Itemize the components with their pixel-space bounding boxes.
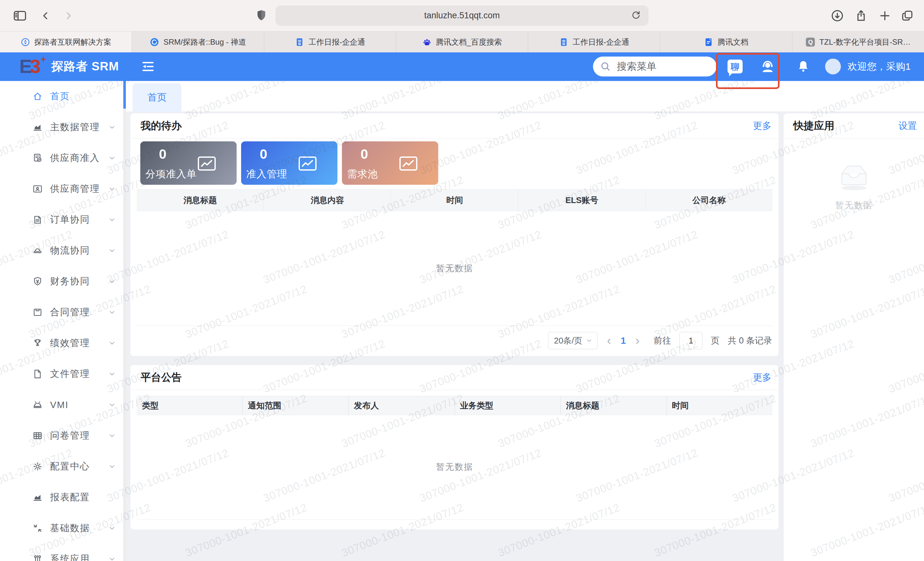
menu-collapse-icon[interactable] [141,60,155,73]
column-header: 公司名称 [646,190,772,211]
supplier-access-icon [32,153,43,164]
contract-icon [32,307,43,318]
new-tab-icon[interactable] [878,9,891,22]
browser-tab-label: 腾讯文档_百度搜索 [436,37,502,47]
page-size-select[interactable]: 20条/页 [548,332,597,349]
sidebar-item-0[interactable]: 首页 [0,81,126,112]
announcement-section: 平台公告 更多 类型通知范围发布人业务类型消息标题时间 暂无数据 [130,365,778,529]
tencent-docs-favicon [704,37,713,47]
sidebar-item-5[interactable]: 物流协同 [0,235,126,266]
column-header: 时间 [391,190,518,211]
sidebar-item-label: 供应商准入 [50,152,100,164]
browser-tab-6[interactable]: QTZL-数字化平台项目-SR… [792,32,924,53]
todo-stat-card-0[interactable]: 0分项准入单 [140,141,237,185]
basic-data-icon [32,523,43,534]
todo-stat-card-2[interactable]: 0需求池 [342,141,438,185]
sidebar-item-6[interactable]: 财务协同 [0,266,126,297]
supplier-mgmt-icon [32,183,43,194]
sidebar-item-1[interactable]: 主数据管理 [0,112,126,143]
url-bar[interactable]: tanluzhe.51qqt.com [276,6,648,26]
sidebar-item-label: 订单协同 [50,214,90,226]
column-header: 业务类型 [455,396,561,415]
browser-tab-label: 工作日报-企企通 [573,37,629,47]
current-page[interactable]: 1 [621,335,626,346]
download-icon[interactable] [831,9,844,22]
goto-label: 前往 [654,335,671,346]
sidebar-toggle-icon[interactable] [14,10,26,21]
system-icon [32,553,43,561]
todo-stat-card-1[interactable]: 0准入管理 [241,141,338,185]
sidebar-item-14[interactable]: 基础数据 [0,513,126,544]
chevron-down-icon [108,432,116,440]
todo-header: 我的待办 更多 [130,113,778,138]
sidebar-item-9[interactable]: 文件管理 [0,359,126,390]
browser-tab-label: 工作日报-企企通 [309,37,365,47]
baidu-favicon [422,37,432,47]
announcement-table-body: 暂无数据 [137,415,772,520]
chevron-down-icon [108,308,116,316]
browser-tab-label: TZL-数字化平台项目-SR… [819,37,910,47]
tab-overview-icon[interactable] [901,9,914,22]
sidebar-item-11[interactable]: 问卷管理 [0,420,126,451]
browser-tab-strip: 探路者互联网解决方案SRM/探路者::Bug - 禅道工作日报-企企通腾讯文档_… [0,31,924,53]
chevron-down-icon [108,154,116,162]
announcement-more-link[interactable]: 更多 [753,371,771,384]
browser-tab-1[interactable]: SRM/探路者::Bug - 禅道 [132,32,264,53]
sidebar-scrollbar[interactable] [123,81,126,561]
url-text: tanluzhe.51qqt.com [424,11,500,21]
back-icon[interactable] [40,10,51,21]
sidebar-item-13[interactable]: 报表配置 [0,482,126,513]
sidebar-item-12[interactable]: 配置中心 [0,451,126,482]
sidebar-item-8[interactable]: 绩效管理 [0,328,126,359]
todo-table-body: 暂无数据 [137,211,772,326]
logistics-icon [32,245,43,256]
order-icon [32,214,43,225]
prev-page-button[interactable]: ‹ [606,334,613,347]
column-header: 消息标题 [137,190,264,211]
privacy-shield-icon[interactable] [255,9,267,22]
highlight-red-box [716,53,780,89]
announcement-header: 平台公告 更多 [130,365,778,390]
notification-bell-icon[interactable] [796,59,811,74]
chevron-down-icon [108,247,116,255]
sidebar-item-label: 主数据管理 [50,121,100,134]
doc-favicon [295,37,304,47]
forward-icon[interactable] [63,10,74,21]
browser-tab-3[interactable]: 腾讯文档_百度搜索 [396,32,528,53]
sidebar-item-15[interactable]: 系统应用 [0,544,126,561]
stat-count: 0 [260,146,267,162]
column-header: 消息标题 [561,396,667,415]
sidebar-item-label: 供应商管理 [50,182,100,196]
sidebar-scrollbar-thumb[interactable] [123,81,126,108]
search-input[interactable] [616,60,704,73]
browser-tab-4[interactable]: 工作日报-企企通 [528,32,660,53]
browser-tab-5[interactable]: 腾讯文档 [660,32,792,53]
chevron-down-icon [108,339,116,347]
menu-search[interactable] [593,57,717,77]
tab-home[interactable]: 首页 [133,83,182,112]
chevron-down-icon [108,277,116,286]
reload-icon[interactable] [630,10,642,21]
browser-tab-2[interactable]: 工作日报-企企通 [264,32,396,53]
sidebar-item-7[interactable]: 合同管理 [0,297,126,328]
column-header: 时间 [667,396,772,415]
share-icon[interactable] [855,9,867,22]
todo-more-link[interactable]: 更多 [753,120,771,132]
goto-page-input[interactable] [680,332,702,349]
zentao-favicon [150,37,159,47]
sidebar-item-4[interactable]: 订单协同 [0,205,126,235]
browser-tab-0[interactable]: 探路者互联网解决方案 [0,32,132,53]
quick-apps-settings-link[interactable]: 设置 [898,120,917,132]
welcome-text[interactable]: 欢迎您，采购1 [848,60,911,73]
user-avatar[interactable] [825,59,841,75]
chevron-down-icon [108,555,116,561]
sidebar-item-10[interactable]: VMI [0,390,126,420]
sidebar-item-3[interactable]: 供应商管理 [0,173,126,205]
sidebar-item-2[interactable]: 供应商准入 [0,143,126,173]
next-page-button[interactable]: › [634,334,641,347]
chevron-down-icon [108,370,116,378]
master-data-icon [32,122,43,133]
sidebar-menu: 首页主数据管理供应商准入供应商管理订单协同物流协同财务协同合同管理绩效管理文件管… [0,81,126,561]
todo-table-header: 消息标题消息内容时间ELS账号公司名称 [137,189,772,211]
column-header: 通知范围 [243,396,349,415]
